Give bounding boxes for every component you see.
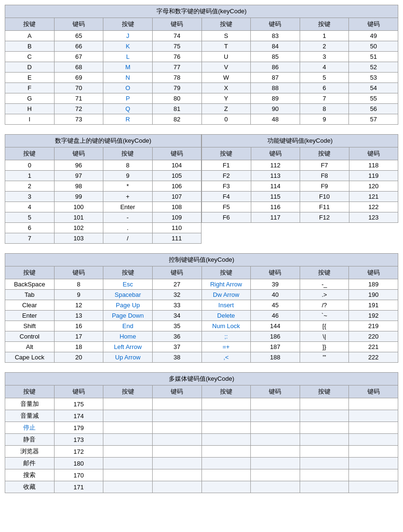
table-row: 停止179 <box>5 422 398 434</box>
cell-link[interactable]: Page Up <box>116 302 140 309</box>
cell-link[interactable]: Esc <box>123 281 133 288</box>
table-cell: 5 <box>300 73 349 83</box>
table-cell: Shift <box>5 321 55 331</box>
table-cell: 116 <box>251 202 300 212</box>
col-header: 键码 <box>349 266 398 279</box>
col-header: 键码 <box>152 266 202 279</box>
cell-link[interactable]: R <box>126 116 130 123</box>
table-cell: 18 <box>54 342 103 352</box>
table-cell <box>103 434 153 446</box>
table-cell: Page Up <box>103 300 153 311</box>
table-cell <box>300 458 349 469</box>
table-cell: F <box>5 83 55 93</box>
table-cell <box>202 469 251 481</box>
table-cell: Enter <box>5 311 55 321</box>
table-cell: Cape Lock <box>5 352 55 363</box>
table-row: E69N78W87553 <box>5 73 398 83</box>
table-cell <box>152 481 202 493</box>
col-header: 按键 <box>202 18 251 31</box>
cell-link[interactable]: Insert <box>219 302 234 309</box>
cell-link[interactable]: K <box>126 43 130 50</box>
table-cell <box>152 398 202 410</box>
table-cell: K <box>103 41 153 52</box>
table-cell <box>349 481 398 493</box>
table-cell: L <box>103 52 153 62</box>
table-cell: Esc <box>103 279 153 290</box>
cell-link[interactable]: End <box>122 322 133 330</box>
table-cell: 0 <box>202 114 251 125</box>
table-cell: 78 <box>152 73 202 83</box>
table-row: Alt18Left Arrow37=+187]}221 <box>5 342 398 352</box>
cell-link[interactable]: J <box>126 32 129 39</box>
table-cell: 114 <box>251 181 300 192</box>
table-cell: 220 <box>349 331 398 342</box>
col-header: 键码 <box>54 18 103 31</box>
table-cell: 65 <box>54 31 103 41</box>
cell-link[interactable]: Left Arrow <box>114 343 142 350</box>
table-cell <box>152 410 202 422</box>
table-cell <box>103 422 153 434</box>
table-cell: Insert <box>202 300 251 311</box>
table-row: 298*106 <box>5 181 202 192</box>
table-cell: B <box>5 41 55 52</box>
col-header: 键码 <box>152 147 202 160</box>
table-cell: 171 <box>54 481 103 493</box>
table-cell: 静音 <box>5 434 55 446</box>
cell-link[interactable]: Q <box>126 105 130 112</box>
cell-link[interactable]: 停止 <box>23 424 36 431</box>
table-cell: 103 <box>54 233 103 244</box>
table-row: Enter13Page Down34Delete46`~192 <box>5 311 398 321</box>
table-cell: 99 <box>54 192 103 202</box>
table-cell: 77 <box>152 62 202 73</box>
table-row: 1979105 <box>5 171 202 181</box>
cell-link[interactable]: O <box>126 84 130 92</box>
table-cell: Spacebar <box>103 290 153 300</box>
cell-link[interactable]: Num Lock <box>212 322 240 330</box>
table-row: F3114F9120 <box>202 181 398 192</box>
cell-link[interactable]: P <box>126 95 130 102</box>
cell-link[interactable]: ;: <box>224 333 228 340</box>
cell-link[interactable]: Right Arrow <box>210 281 242 288</box>
table-cell: 175 <box>54 398 103 410</box>
cell-link[interactable]: =+ <box>222 343 229 350</box>
cell-link[interactable]: Home <box>119 333 136 340</box>
table-cell: 36 <box>152 331 202 342</box>
table-cell: Num Lock <box>202 321 251 331</box>
table-cell <box>349 458 398 469</box>
cell-link[interactable]: Delete <box>217 312 235 319</box>
table-cell: 74 <box>152 31 202 41</box>
col-header: 键码 <box>349 385 398 398</box>
col-header: 按键 <box>103 266 153 279</box>
cell-link[interactable]: Dw Arrow <box>213 291 239 298</box>
table-cell: 222 <box>349 352 398 363</box>
table-cell: O <box>103 83 153 93</box>
table-cell <box>251 469 300 481</box>
table-cell: Clear <box>5 300 55 311</box>
cell-link[interactable]: Spacebar <box>115 291 141 298</box>
table3-body: F1112F7118F2113F8119F3114F9120F4115F1012… <box>202 160 398 223</box>
table-row: Shift16End35Num Lock144[{219 <box>5 321 398 331</box>
table4-title: 控制键键码值(keyCode) <box>5 254 398 266</box>
table-cell: F4 <box>202 192 251 202</box>
table-cell: 107 <box>152 192 202 202</box>
cell-link[interactable]: N <box>126 74 130 81</box>
table-cell: 180 <box>54 458 103 469</box>
table2-header: 按键键码按键键码 <box>5 147 202 160</box>
table-row: F2113F8119 <box>202 171 398 181</box>
cell-link[interactable]: Page Down <box>112 312 144 319</box>
table-cell: 105 <box>152 171 202 181</box>
table-cell <box>202 410 251 422</box>
table-row: F4115F10121 <box>202 192 398 202</box>
table-cell: ]} <box>300 342 349 352</box>
cell-link[interactable]: L <box>126 53 129 60</box>
table-cell: Home <box>103 331 153 342</box>
col-header: 键码 <box>349 18 398 31</box>
table-cell: + <box>103 192 153 202</box>
table-cell: 70 <box>54 83 103 93</box>
cell-link[interactable]: Up Arrow <box>115 354 140 361</box>
table-cell: 89 <box>251 93 300 104</box>
cell-link[interactable]: M <box>125 64 130 71</box>
table-row: F6117F12123 <box>202 212 398 223</box>
table-cell: 45 <box>251 300 300 311</box>
cell-link[interactable]: ,< <box>223 354 229 361</box>
